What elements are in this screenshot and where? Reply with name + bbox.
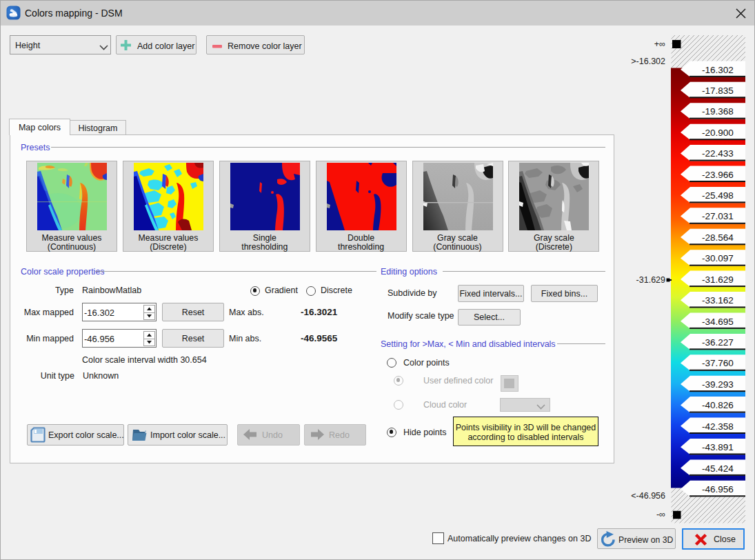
svg-text:-33.162: -33.162	[702, 295, 734, 306]
svg-text:-30.097: -30.097	[702, 253, 734, 263]
svg-text:-42.358: -42.358	[702, 421, 734, 432]
svg-text:-23.966: -23.966	[702, 170, 734, 180]
svg-text:-34.695: -34.695	[702, 317, 734, 327]
svg-text:-46.956: -46.956	[702, 484, 734, 494]
svg-text:-22.433: -22.433	[702, 148, 734, 159]
svg-text:-20.900: -20.900	[702, 128, 734, 138]
svg-text:-16.302: -16.302	[702, 65, 734, 75]
svg-text:-40.826: -40.826	[702, 400, 734, 410]
svg-text:-45.424: -45.424	[702, 463, 734, 474]
svg-text:-28.564: -28.564	[702, 232, 734, 243]
svg-text:-43.891: -43.891	[702, 442, 734, 452]
svg-text:-37.760: -37.760	[702, 358, 734, 368]
svg-text:-27.031: -27.031	[702, 211, 734, 221]
svg-text:-25.498: -25.498	[702, 190, 734, 201]
svg-text:-36.227: -36.227	[702, 337, 734, 348]
svg-text:-17.835: -17.835	[702, 86, 734, 96]
svg-text:-39.293: -39.293	[702, 379, 734, 390]
svg-text:-19.368: -19.368	[702, 106, 734, 117]
svg-text:-31.629: -31.629	[702, 274, 734, 285]
